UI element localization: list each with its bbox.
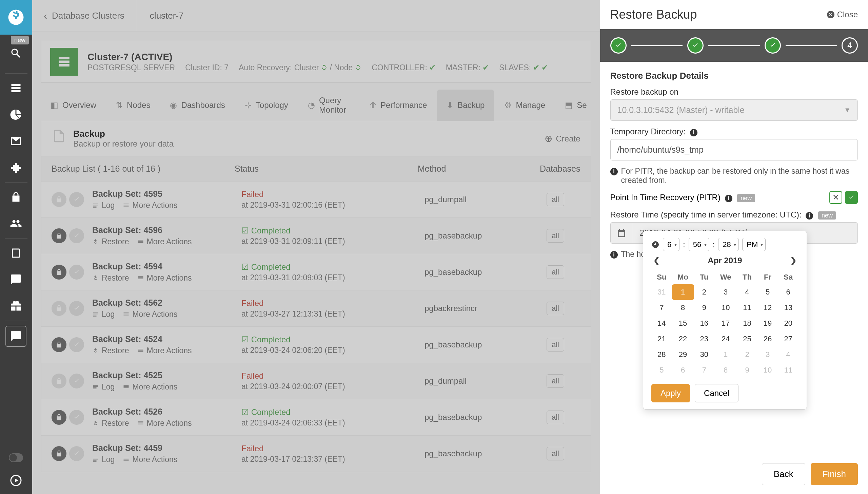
tab-nodes[interactable]: ⇅Nodes (106, 90, 160, 121)
log-link[interactable]: Log (92, 455, 115, 464)
finish-button[interactable]: Finish (811, 463, 858, 485)
prev-month[interactable]: ❮ (653, 256, 659, 265)
calendar-day[interactable]: 10 (714, 300, 737, 316)
rail-comment[interactable] (0, 266, 32, 293)
calendar-day[interactable]: 24 (714, 331, 737, 347)
calendar-day[interactable]: 20 (778, 316, 798, 331)
info-icon[interactable]: i (806, 212, 813, 220)
calendar-button[interactable] (610, 222, 633, 244)
calendar-day[interactable]: 31 (651, 284, 672, 300)
rail-mail[interactable] (0, 128, 32, 154)
calendar-day[interactable]: 9 (737, 362, 757, 378)
calendar-day[interactable]: 18 (737, 316, 757, 331)
calendar-day[interactable]: 15 (672, 316, 694, 331)
step-3[interactable] (765, 37, 781, 54)
log-link[interactable]: Log (92, 310, 115, 319)
calendar-day[interactable]: 12 (757, 300, 778, 316)
restore-link[interactable]: Restore (92, 237, 129, 246)
calendar-day[interactable]: 4 (737, 284, 757, 300)
calendar-day[interactable]: 6 (672, 362, 694, 378)
tab-manage[interactable]: ⚙Manage (495, 90, 555, 121)
calendar-day[interactable]: 17 (714, 316, 737, 331)
second-select[interactable]: 28 (718, 238, 739, 251)
restore-link[interactable]: Restore (92, 419, 129, 428)
calendar-day[interactable]: 26 (757, 331, 778, 347)
calendar-day[interactable]: 4 (778, 347, 798, 362)
minute-select[interactable]: 56 (689, 238, 709, 251)
picker-cancel[interactable]: Cancel (695, 384, 738, 402)
breadcrumb-root[interactable]: ‹Database Clusters (32, 0, 136, 32)
rail-book[interactable] (0, 240, 32, 266)
next-month[interactable]: ❯ (790, 256, 796, 265)
calendar-day[interactable]: 8 (714, 362, 737, 378)
calendar-day[interactable]: 7 (694, 362, 715, 378)
tmpdir-input[interactable]: /home/ubuntu/s9s_tmp (610, 139, 858, 160)
rail-lock[interactable] (0, 184, 32, 210)
calendar-day[interactable]: 8 (672, 300, 694, 316)
picker-apply[interactable]: Apply (651, 384, 690, 402)
pitr-off[interactable]: ✕ (829, 191, 842, 204)
step-4[interactable]: 4 (842, 37, 858, 54)
more-actions-link[interactable]: More Actions (123, 310, 177, 319)
info-icon[interactable]: i (725, 195, 732, 202)
more-actions-link[interactable]: More Actions (137, 273, 192, 283)
more-actions-link[interactable]: More Actions (137, 419, 192, 428)
ampm-select[interactable]: PM (742, 238, 766, 251)
calendar-day[interactable]: 23 (694, 331, 715, 347)
more-actions-link[interactable]: More Actions (137, 346, 192, 355)
more-actions-link[interactable]: More Actions (137, 237, 192, 246)
calendar-day[interactable]: 1 (672, 284, 694, 300)
app-logo[interactable] (0, 0, 32, 35)
rail-play[interactable] (0, 470, 32, 491)
calendar-day[interactable]: 6 (778, 284, 798, 300)
calendar-day[interactable]: 29 (672, 347, 694, 362)
pitr-on[interactable] (845, 191, 858, 204)
more-actions-link[interactable]: More Actions (123, 201, 177, 210)
hour-select[interactable]: 6 (663, 238, 679, 251)
rail-gift[interactable] (0, 293, 32, 319)
pitr-toggle[interactable]: ✕ (829, 191, 858, 204)
log-link[interactable]: Log (92, 201, 115, 210)
calendar-day[interactable]: 11 (778, 362, 798, 378)
calendar-day[interactable]: 10 (757, 362, 778, 378)
tab-overview[interactable]: ◧Overview (41, 90, 106, 121)
info-icon[interactable]: i (690, 129, 697, 136)
rail-pie[interactable] (0, 101, 32, 128)
tab-backup[interactable]: ⬇Backup (437, 90, 494, 121)
back-button[interactable]: Back (762, 463, 805, 485)
calendar-day[interactable]: 5 (757, 284, 778, 300)
calendar-day[interactable]: 25 (737, 331, 757, 347)
calendar-day[interactable]: 7 (651, 300, 672, 316)
calendar-day[interactable]: 11 (737, 300, 757, 316)
tab-performance[interactable]: ⟰Performance (360, 90, 436, 121)
calendar-day[interactable]: 30 (694, 347, 715, 362)
close-button[interactable]: ✕Close (827, 10, 858, 19)
step-1[interactable] (610, 37, 627, 54)
log-link[interactable]: Log (92, 382, 115, 392)
calendar-day[interactable]: 28 (651, 347, 672, 362)
calendar-day[interactable]: 1 (714, 347, 737, 362)
tab-topology[interactable]: ⊹Topology (235, 90, 298, 121)
more-actions-link[interactable]: More Actions (123, 382, 177, 392)
restore-on-select[interactable]: 10.0.3.10:5432 (Master) - writable▼ (610, 99, 858, 121)
calendar-day[interactable]: 16 (694, 316, 715, 331)
calendar-day[interactable]: 19 (757, 316, 778, 331)
rail-toggle[interactable] (9, 453, 23, 462)
calendar-day[interactable]: 9 (694, 300, 715, 316)
restore-link[interactable]: Restore (92, 273, 129, 283)
step-2[interactable] (687, 37, 704, 54)
rail-clusters[interactable] (0, 75, 32, 101)
calendar-day[interactable]: 22 (672, 331, 694, 347)
calendar-day[interactable]: 3 (714, 284, 737, 300)
tab-se[interactable]: ⬒Se (555, 90, 596, 121)
restore-link[interactable]: Restore (92, 346, 129, 355)
create-backup-link[interactable]: Create (545, 133, 580, 144)
calendar-day[interactable]: 5 (651, 362, 672, 378)
rail-chat-active[interactable] (5, 326, 26, 347)
calendar-day[interactable]: 13 (778, 300, 798, 316)
rail-users[interactable] (0, 210, 32, 237)
more-actions-link[interactable]: More Actions (123, 455, 177, 464)
calendar-day[interactable]: 2 (737, 347, 757, 362)
calendar-day[interactable]: 14 (651, 316, 672, 331)
tab-query-monitor[interactable]: ◔Query Monitor (298, 90, 359, 121)
